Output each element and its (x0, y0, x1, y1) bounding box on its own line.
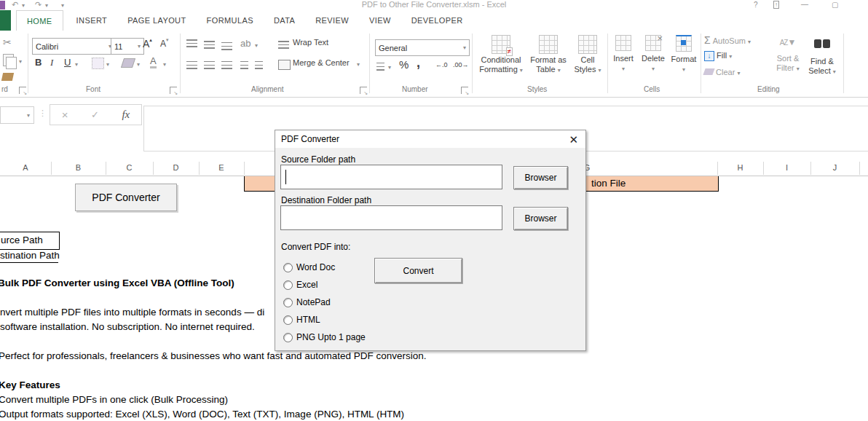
orientation-icon[interactable]: ab (240, 38, 250, 49)
conditional-formatting-button[interactable]: ≠ ConditionalFormatting ▾ (477, 34, 525, 84)
copy-dropdown-icon[interactable]: ▾ (19, 58, 22, 65)
underline-button[interactable]: U (64, 57, 71, 68)
merge-center-dropdown-icon[interactable]: ▾ (357, 61, 360, 68)
tab-data[interactable]: DATA (264, 10, 305, 31)
format-button[interactable]: Format▾ (670, 35, 698, 83)
bold-button[interactable]: B (35, 57, 42, 68)
grow-font-icon[interactable]: A▴ (143, 37, 152, 50)
find-select-button[interactable]: Find &Select ▾ (805, 35, 839, 83)
clear-button[interactable]: Clear ▾ (704, 68, 740, 76)
fill-color-dropdown-icon[interactable]: ▾ (137, 61, 140, 68)
align-left-icon[interactable] (186, 61, 197, 69)
column-header-h[interactable]: H (717, 160, 763, 176)
tab-formulas[interactable]: FORMULAS (197, 10, 264, 31)
comma-style-button[interactable]: , (417, 55, 420, 71)
decrease-decimal-icon[interactable]: .00→ (453, 61, 469, 68)
name-box[interactable]: ▾ (0, 106, 34, 124)
source-folder-input[interactable] (280, 165, 502, 189)
wrap-text-button[interactable]: Wrap Text (293, 38, 328, 47)
dialog-title-bar[interactable]: PDF Converter ✕ (275, 130, 585, 148)
percent-style-button[interactable]: % (399, 58, 409, 71)
decrease-indent-icon[interactable] (240, 61, 248, 69)
radio-png-label[interactable]: PNG Upto 1 page (296, 332, 366, 342)
radio-word-doc[interactable] (283, 263, 293, 272)
source-path-cell[interactable]: urce Path (0, 232, 60, 250)
align-middle-icon[interactable] (204, 41, 215, 49)
radio-notepad-label[interactable]: NotePad (296, 297, 331, 307)
styles-group-label: Styles (527, 85, 547, 93)
formula-bar-handle[interactable]: ⋮ (39, 109, 47, 118)
increase-indent-icon[interactable] (255, 61, 263, 69)
cancel-icon[interactable]: × (62, 109, 68, 121)
tab-page-layout[interactable]: PAGE LAYOUT (117, 10, 196, 31)
align-bottom-icon[interactable] (221, 42, 232, 50)
radio-word-doc-label[interactable]: Word Doc (296, 262, 335, 272)
maximize-icon[interactable]: ▢ (832, 1, 838, 9)
column-header-b[interactable]: B (51, 160, 106, 176)
fill-button[interactable]: ↓ Fill ▾ (704, 51, 732, 61)
align-right-icon[interactable] (221, 61, 232, 69)
destination-folder-input[interactable] (280, 205, 502, 230)
pdf-converter-sheet-button[interactable]: PDF Converter (75, 184, 177, 211)
accounting-format-icon[interactable] (376, 63, 384, 71)
help-icon[interactable]: ? (754, 1, 758, 9)
column-header-e[interactable]: E (199, 160, 244, 176)
align-center-icon[interactable] (204, 61, 215, 69)
column-header-a[interactable]: A (0, 160, 51, 176)
number-dialog-launcher[interactable]: ↘ (461, 87, 468, 94)
shrink-font-icon[interactable]: A▾ (160, 37, 169, 49)
borders-dropdown-icon[interactable]: ▾ (106, 61, 109, 68)
enter-icon[interactable]: ✓ (91, 109, 99, 120)
fill-color-icon[interactable] (121, 58, 135, 68)
tab-insert[interactable]: INSERT (66, 10, 118, 31)
format-painter-icon[interactable] (1, 73, 14, 81)
column-header-i[interactable]: I (763, 160, 810, 176)
number-format-combo[interactable]: General▾ (375, 39, 470, 56)
delete-button[interactable]: × Delete▾ (639, 35, 667, 83)
radio-notepad[interactable] (283, 298, 293, 307)
align-top-icon[interactable] (186, 39, 197, 47)
font-color-icon[interactable]: A (150, 56, 157, 68)
orientation-dropdown-icon[interactable]: ▾ (255, 42, 258, 49)
convert-button[interactable]: Convert (374, 258, 462, 283)
font-size-combo[interactable]: 11▾ (111, 38, 144, 55)
insert-button[interactable]: Insert▾ (610, 35, 636, 83)
column-header-d[interactable]: D (153, 160, 199, 176)
tab-home[interactable]: HOME (16, 10, 63, 31)
radio-png[interactable] (283, 333, 293, 342)
tab-view[interactable]: VIEW (359, 10, 401, 31)
radio-html[interactable] (283, 315, 293, 325)
underline-dropdown-icon[interactable]: ▾ (75, 61, 78, 68)
cut-icon[interactable]: ✂ (3, 36, 12, 48)
font-name-combo[interactable]: Calibri▾ (32, 38, 115, 55)
clipboard-dialog-launcher[interactable]: ↘ (19, 87, 26, 94)
increase-decimal-icon[interactable]: ←.0 (435, 61, 448, 68)
radio-excel[interactable] (283, 280, 293, 290)
accounting-dropdown-icon[interactable]: ▾ (388, 64, 391, 71)
radio-html-label[interactable]: HTML (296, 315, 320, 325)
source-browse-button[interactable]: Browser (513, 166, 568, 189)
minimize-icon[interactable]: — (801, 0, 808, 9)
borders-icon[interactable] (92, 58, 104, 69)
format-as-table-button[interactable]: Format asTable ▾ (527, 34, 569, 84)
column-header-c[interactable]: C (106, 160, 153, 176)
autosum-button[interactable]: Σ AutoSum ▾ (704, 34, 751, 46)
tab-developer[interactable]: DEVELOPER (401, 10, 473, 31)
ribbon-options-icon[interactable]: ↑ (773, 1, 779, 9)
name-box-dropdown-icon[interactable]: ▾ (27, 112, 30, 119)
tab-file[interactable] (0, 10, 11, 31)
sort-filter-button[interactable]: AZ▼ Sort &Filter ▾ (772, 35, 804, 83)
formula-bar-buttons: × ✓ fx (50, 104, 142, 125)
font-color-dropdown-icon[interactable]: ▾ (163, 61, 166, 68)
dialog-close-icon[interactable]: ✕ (569, 134, 578, 145)
column-header-j[interactable]: J (810, 160, 859, 176)
cell-styles-button[interactable]: CellStyles ▾ (571, 34, 604, 84)
alignment-dialog-launcher[interactable]: ↘ (360, 87, 367, 94)
font-dialog-launcher[interactable]: ↘ (170, 87, 177, 94)
radio-excel-label[interactable]: Excel (296, 280, 317, 290)
merge-center-button[interactable]: Merge & Center (293, 58, 350, 67)
tab-review[interactable]: REVIEW (305, 10, 359, 31)
insert-function-icon[interactable]: fx (122, 109, 130, 121)
italic-button[interactable]: I (50, 57, 53, 68)
destination-browse-button[interactable]: Browser (513, 207, 568, 230)
